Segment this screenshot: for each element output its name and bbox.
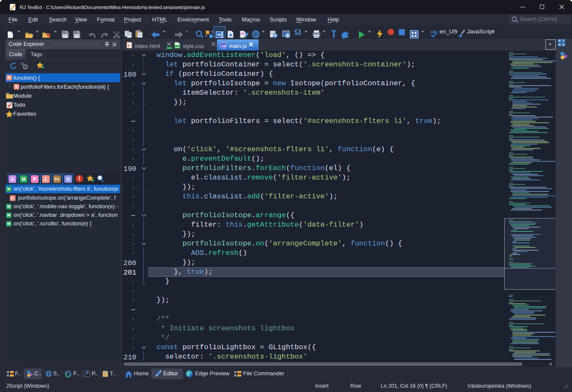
svg-text:99: 99 xyxy=(241,32,244,35)
svg-text:JS: JS xyxy=(222,44,226,48)
svg-text:css: css xyxy=(175,46,180,48)
svg-text:e: e xyxy=(128,43,130,48)
